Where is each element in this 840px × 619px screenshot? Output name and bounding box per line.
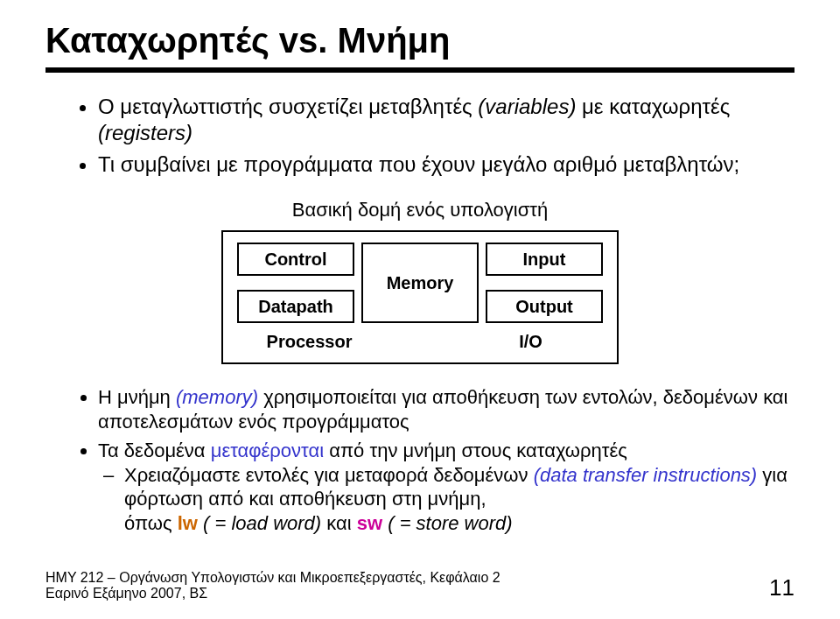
top-bullets: Ο μεταγλωττιστής συσχετίζει μεταβλητές (… <box>63 94 794 178</box>
text: όπως <box>124 512 178 534</box>
diagram-wrap: Βασική δομή ενός υπολογιστή Control Data… <box>46 199 794 364</box>
diagram-row-boxes: Control Datapath Memory Input Output <box>234 243 606 323</box>
title-rule <box>46 67 794 73</box>
sem-line: Εαρινό Εξάμηνο 2007, ΒΣ <box>46 586 500 601</box>
input-box: Input <box>486 243 603 276</box>
io-label: I/O <box>472 332 589 352</box>
text-italic-link: (memory) <box>176 386 258 408</box>
datapath-box: Datapath <box>237 290 354 323</box>
text: ( = load word) <box>198 512 321 534</box>
text: και <box>321 512 357 534</box>
text: Ο μεταγλωττιστής συσχετίζει μεταβλητές <box>98 95 478 118</box>
bullet-transfer: Τα δεδομένα μεταφέρονται από την μνήμη σ… <box>98 439 794 535</box>
lower-bullets: Η μνήμη (memory) χρησιμοποιείται για απο… <box>63 385 794 535</box>
bullet-1: Ο μεταγλωττιστής συσχετίζει μεταβλητές (… <box>98 94 794 146</box>
lw: lw <box>178 512 198 534</box>
proc-label: Processor <box>251 332 368 352</box>
text-italic: (registers) <box>98 121 192 144</box>
footer: ΗΜΥ 212 – Οργάνωση Υπολογιστών και Μικρο… <box>46 570 794 601</box>
page-number: 11 <box>769 574 794 601</box>
sub-bullet-1: Χρειαζόμαστε εντολές για μεταφορά δεδομέ… <box>124 463 794 536</box>
text-link: μεταφέρονται <box>211 440 324 461</box>
diagram-caption: Βασική δομή ενός υπολογιστή <box>46 199 794 222</box>
text: Η μνήμη <box>98 386 176 408</box>
diagram-frame: Control Datapath Memory Input Output Pro… <box>221 230 619 364</box>
course-line: ΗΜΥ 212 – Οργάνωση Υπολογιστών και Μικρο… <box>46 570 500 586</box>
text: Τα δεδομένα <box>98 440 211 461</box>
text: από την μνήμη στους καταχωρητές <box>324 440 627 461</box>
slide-title: Καταχωρητές vs. Μνήμη <box>46 21 794 60</box>
memory-box: Memory <box>361 243 479 323</box>
io-col: Input Output <box>482 243 606 323</box>
bullet-memory: Η μνήμη (memory) χρησιμοποιείται για απο… <box>98 385 794 433</box>
bullet-2: Τι συμβαίνει με προγράμματα που έχουν με… <box>98 151 794 178</box>
slide: { "title": "Καταχωρητές vs. Μνήμη", "bul… <box>0 0 840 619</box>
proc-col: Control Datapath <box>234 243 358 323</box>
footer-left: ΗΜΥ 212 – Οργάνωση Υπολογιστών και Μικρο… <box>46 570 500 601</box>
diagram-row-labels: Processor I/O <box>234 332 606 352</box>
control-box: Control <box>237 243 354 276</box>
text: με καταχωρητές <box>576 95 730 118</box>
sw: sw <box>357 512 382 534</box>
text-italic: (variables) <box>478 95 576 118</box>
sub-bullets: Χρειαζόμαστε εντολές για μεταφορά δεδομέ… <box>98 463 794 536</box>
text: ( = store word) <box>382 512 513 534</box>
text: Χρειαζόμαστε εντολές για μεταφορά δεδομέ… <box>124 464 534 486</box>
text-italic-link: (data transfer instructions) <box>534 464 758 486</box>
output-box: Output <box>486 290 603 323</box>
